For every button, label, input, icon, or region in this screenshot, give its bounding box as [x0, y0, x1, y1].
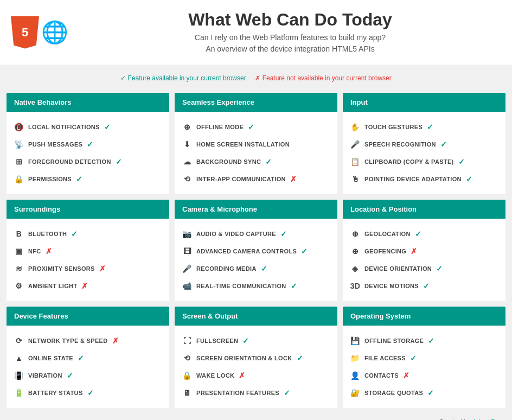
feature-icon: 🎤	[182, 264, 192, 273]
card-input: Input✋TOUCH GESTURES✓🎤SPEECH RECOGNITION…	[343, 93, 505, 194]
feature-icon: 📵	[14, 122, 24, 132]
feature-item: ⟳NETWORK TYPE & SPEED✗	[14, 332, 162, 349]
status-check: ✓	[261, 264, 267, 273]
feature-item: ⚙AMBIENT LIGHT✗	[14, 277, 162, 295]
feature-label: HOME SCREEN INSTALLATION	[196, 141, 290, 148]
status-check: ✓	[297, 354, 303, 362]
feature-item: ▲ONLINE STATE✓	[14, 349, 162, 367]
status-check: ✓	[415, 230, 421, 238]
feature-label: GEOLOCATION	[364, 231, 411, 237]
feature-label: BACKGROUND SYNC	[196, 158, 261, 165]
feature-icon: 🔐	[350, 388, 360, 398]
feature-item: BBLUETOOTH✓	[14, 225, 162, 243]
feature-icon: 🔒	[14, 174, 24, 184]
status-cross: ✗	[81, 282, 88, 290]
feature-item: ⊕GEOLOCATION✓	[350, 225, 498, 243]
status-check: ✓	[427, 123, 433, 131]
status-check: ✓	[104, 123, 111, 131]
feature-label: LOCAL NOTIFICATIONS	[28, 124, 100, 130]
feature-icon: 🔒	[182, 371, 192, 380]
header-title: What Web Can Do Today	[79, 10, 501, 30]
not-available-legend: ✗ Feature not available in your current …	[255, 74, 391, 82]
header-text: What Web Can Do Today Can I rely on the …	[79, 10, 501, 55]
feature-label: FILE ACCESS	[364, 355, 406, 361]
credits-line: Created by Adam Bar	[414, 417, 501, 420]
feature-label: PROXIMITY SENSORS	[28, 265, 95, 272]
status-check: ✓	[67, 371, 73, 380]
card-camera-microphone: Camera & Microphone📷AUDIO & VIDEO CAPTUR…	[175, 200, 337, 301]
legend: ✓ Feature available in your current brow…	[0, 70, 512, 86]
feature-label: FOREGROUND DETECTION	[28, 158, 111, 165]
feature-icon: B	[14, 229, 24, 239]
card-header-seamless-experience: Seamless Experience	[175, 93, 337, 112]
feature-item: ⊕OFFLINE MODE✓	[182, 118, 330, 136]
status-cross: ✗	[403, 371, 409, 380]
status-check: ✓	[87, 389, 94, 397]
status-check: ✓	[423, 282, 430, 290]
feature-item: 📵LOCAL NOTIFICATIONS✓	[14, 118, 162, 136]
feature-item: 💾OFFLINE STORAGE✓	[350, 332, 498, 349]
feature-icon: ▣	[14, 246, 24, 256]
status-check: ✓	[466, 175, 472, 183]
feature-item: 👤CONTACTS✗	[350, 367, 498, 384]
feature-icon: ⬇	[182, 139, 192, 149]
feature-item: 🎞ADVANCED CAMERA CONTROLS✓	[182, 243, 330, 260]
feature-item: 🎤RECORDING MEDIA✓	[182, 260, 330, 277]
status-check: ✓	[248, 123, 254, 131]
feature-icon: 📳	[14, 371, 24, 380]
status-check: ✓	[410, 354, 417, 362]
feature-icon: ✋	[350, 122, 360, 132]
feature-icon: 🔋	[14, 388, 24, 398]
feature-item: 🎤SPEECH RECOGNITION✓	[350, 136, 498, 153]
status-check: ✓	[291, 282, 297, 290]
card-screen-output: Screen & Output⛶FULLSCREEN✓⟲SCREEN ORIEN…	[175, 307, 337, 408]
feature-icon: 📡	[14, 139, 24, 149]
feature-item: ◈DEVICE ORIENTATION✓	[350, 260, 498, 277]
card-header-camera-microphone: Camera & Microphone	[175, 200, 337, 219]
feature-item: 📹REAL-TIME COMMUNICATION✓	[182, 277, 330, 295]
feature-label: INTER-APP COMMUNICATION	[196, 176, 286, 182]
feature-label: STORAGE QUOTAS	[364, 390, 423, 396]
feature-item: 📷AUDIO & VIDEO CAPTURE✓	[182, 225, 330, 243]
footer: Created by Adam Bar Licenced under CC-BY…	[0, 408, 512, 420]
feature-item: 📡PUSH MESSAGES✓	[14, 136, 162, 153]
feature-item: 🔒WAKE LOCK✗	[182, 367, 330, 384]
html5-logo: 5	[11, 16, 39, 49]
feature-icon: ◈	[350, 264, 360, 273]
status-check: ✓	[242, 336, 249, 345]
feature-icon: ⊞	[14, 157, 24, 167]
card-body-location-position: ⊕GEOLOCATION✓⊕GEOFENCING✗◈DEVICE ORIENTA…	[343, 219, 505, 301]
feature-item: ≋PROXIMITY SENSORS✗	[14, 260, 162, 277]
header: 5 🌐 What Web Can Do Today Can I rely on …	[0, 0, 512, 65]
card-header-location-position: Location & Position	[343, 200, 505, 219]
available-legend: ✓ Feature available in your current brow…	[120, 74, 246, 82]
status-check: ✓	[428, 336, 434, 345]
footer-credits: Created by Adam Bar Licenced under CC-BY…	[414, 417, 501, 420]
feature-icon: ▲	[14, 353, 24, 363]
feature-label: AMBIENT LIGHT	[28, 283, 77, 289]
feature-item: 🖥PRESENTATION FEATURES✓	[182, 384, 330, 402]
feature-label: REAL-TIME COMMUNICATION	[196, 283, 286, 289]
feature-icon: ⊕	[350, 229, 360, 239]
status-check: ✓	[265, 157, 272, 166]
feature-icon: ⛶	[182, 336, 192, 346]
status-check: ✓	[71, 230, 78, 238]
feature-label: BLUETOOTH	[28, 231, 67, 237]
feature-label: GEOFENCING	[364, 248, 406, 254]
card-header-surroundings: Surroundings	[7, 200, 169, 219]
card-header-native-behaviors: Native Behaviors	[7, 93, 169, 112]
feature-label: SPEECH RECOGNITION	[364, 141, 436, 148]
card-body-native-behaviors: 📵LOCAL NOTIFICATIONS✓📡PUSH MESSAGES✓⊞FOR…	[7, 112, 169, 194]
status-check: ✓	[76, 175, 82, 183]
status-check: ✓	[458, 157, 465, 166]
feature-icon: ⚙	[14, 281, 24, 291]
feature-icon: 📹	[182, 281, 192, 291]
status-check: ✓	[280, 230, 287, 238]
feature-label: ONLINE STATE	[28, 355, 73, 361]
feature-icon: 👤	[350, 371, 360, 380]
feature-label: VIBRATION	[28, 372, 62, 379]
card-seamless-experience: Seamless Experience⊕OFFLINE MODE✓⬇HOME S…	[175, 93, 337, 194]
header-subtitle: Can I rely on the Web Platform features …	[79, 32, 501, 55]
feature-label: PRESENTATION FEATURES	[196, 390, 279, 396]
feature-label: DEVICE MOTIONS	[364, 283, 419, 289]
